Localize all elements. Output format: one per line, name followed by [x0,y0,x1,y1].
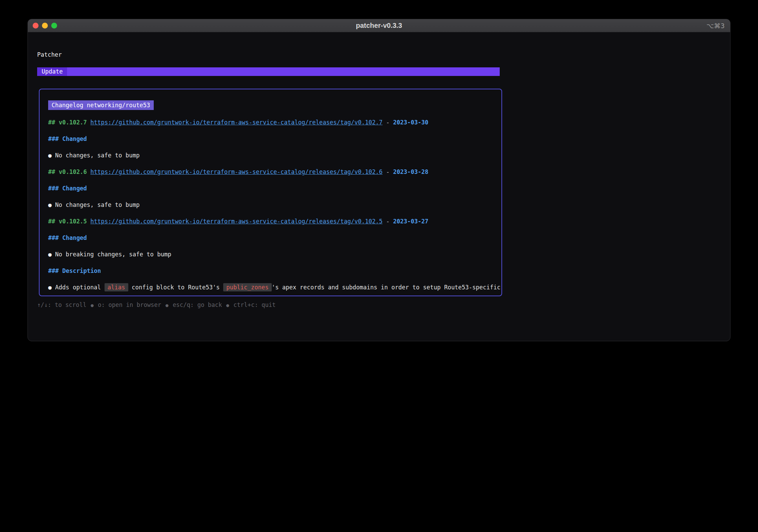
inline-code: public_zones [223,283,272,291]
desktop-background: patcher-v0.3.3 ⌥⌘3 Patcher Update Change… [0,0,758,532]
section-heading: ### Description [48,267,101,274]
bullet-text: Adds optional [55,284,104,291]
tab-bar: Update [37,67,500,76]
help-item: o: open in browser [98,301,161,308]
section-heading-line: ### Changed [48,184,501,192]
release-heading: ## v0.102.6 https://github.com/gruntwork… [48,168,501,176]
changelog-badge-line: Changelog networking/route53 [48,100,501,110]
release-link[interactable]: https://github.com/gruntwork-io/terrafor… [90,218,383,225]
release-list: ## v0.102.7 https://github.com/gruntwork… [48,118,501,291]
window-titlebar[interactable]: patcher-v0.3.3 ⌥⌘3 [28,19,730,32]
release-heading: ## v0.102.7 https://github.com/gruntwork… [48,118,501,126]
bullet-text: config block to Route53's [128,284,223,291]
bullet-text: No changes, safe to bump [55,201,140,208]
section-heading: ### Changed [48,185,87,192]
release-version: ## v0.102.7 [48,119,87,126]
bullet-item: ●No changes, safe to bump [48,201,501,209]
close-button[interactable] [33,23,39,29]
app-window: patcher-v0.3.3 ⌥⌘3 Patcher Update Change… [28,19,730,341]
bullet-item: ●No breaking changes, safe to bump [48,250,501,258]
minimize-button[interactable] [42,23,48,29]
window-shortcut-hint: ⌥⌘3 [706,19,725,32]
bullet-text: No changes, safe to bump [55,152,140,159]
bullet-item: ●Adds optional alias config block to Rou… [48,283,501,291]
bullet-icon: ● [48,201,52,208]
help-separator-icon: ● [222,302,233,308]
help-item: ctrl+c: quit [234,301,276,308]
section-heading-line: ### Changed [48,135,501,143]
help-bar: ↑/↓: to scroll ● o: open in browser ● es… [37,301,276,309]
release-date: 2023-03-27 [393,218,428,225]
traffic-lights [33,19,57,32]
section-heading-line: ### Changed [48,234,501,242]
changelog-viewport[interactable]: Changelog networking/route53 ## v0.102.7… [39,89,502,296]
help-item: esc/q: go back [173,301,222,308]
bullet-icon: ● [48,152,52,159]
help-separator-icon: ● [161,302,173,308]
bullet-item: ●No changes, safe to bump [48,151,501,159]
tab-update[interactable]: Update [37,67,67,76]
app-title: Patcher [37,51,62,59]
release-date: 2023-03-28 [393,168,428,175]
release-version: ## v0.102.6 [48,168,87,175]
help-item: ↑/↓: to scroll [37,301,86,308]
inline-code: alias [105,283,128,291]
zoom-button[interactable] [51,23,57,29]
release-version: ## v0.102.5 [48,218,87,225]
section-heading-line: ### Description [48,267,501,275]
bullet-icon: ● [48,251,52,258]
bullet-text: No breaking changes, safe to bump [55,251,171,258]
bullet-icon: ● [48,284,52,291]
release-separator: - [386,119,390,126]
changelog-title-badge: Changelog networking/route53 [48,100,154,110]
release-separator: - [386,168,390,175]
help-separator-icon: ● [86,302,98,308]
release-link[interactable]: https://github.com/gruntwork-io/terrafor… [90,168,383,175]
bullet-text: 's apex records and subdomains in order … [272,284,500,291]
section-heading: ### Changed [48,234,87,241]
terminal-content: Patcher Update Changelog networking/rout… [28,33,730,341]
release-link[interactable]: https://github.com/gruntwork-io/terrafor… [90,119,383,126]
section-heading: ### Changed [48,135,87,142]
release-date: 2023-03-30 [393,119,428,126]
release-separator: - [386,218,390,225]
release-heading: ## v0.102.5 https://github.com/gruntwork… [48,217,501,225]
window-title: patcher-v0.3.3 [28,22,730,30]
